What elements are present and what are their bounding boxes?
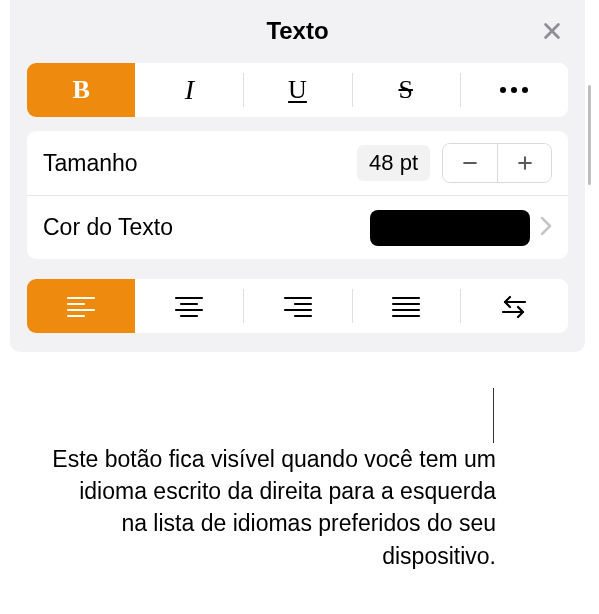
align-right-icon (283, 294, 313, 318)
strikethrough-icon: S (398, 75, 412, 105)
chevron-right-icon (540, 216, 552, 240)
panel-header: Texto (10, 0, 585, 62)
callout-line (493, 388, 494, 443)
align-left-icon (66, 294, 96, 318)
callout-text: Este botão fica visível quando você tem … (52, 443, 496, 572)
text-style-group: B I U S (26, 62, 569, 118)
close-icon (541, 20, 563, 42)
close-button[interactable] (535, 14, 569, 48)
text-color-label: Cor do Texto (43, 214, 370, 241)
size-decrease-button[interactable] (443, 144, 497, 182)
align-justify-button[interactable] (352, 279, 460, 333)
size-row: Tamanho 48 pt (27, 131, 568, 195)
minus-icon (460, 153, 480, 173)
panel-title: Texto (266, 17, 328, 45)
size-label: Tamanho (43, 150, 357, 177)
underline-icon: U (288, 75, 307, 105)
size-value[interactable]: 48 pt (357, 145, 430, 181)
align-center-icon (174, 294, 204, 318)
text-format-panel: Texto B I U S Tamanho 48 pt (10, 0, 585, 352)
text-direction-button[interactable] (460, 279, 568, 333)
italic-icon: I (185, 74, 194, 106)
bold-button[interactable]: B (27, 63, 135, 117)
align-right-button[interactable] (243, 279, 351, 333)
size-increase-button[interactable] (497, 144, 551, 182)
align-center-button[interactable] (135, 279, 243, 333)
text-properties-list: Tamanho 48 pt Cor do Texto (26, 130, 569, 260)
text-color-row[interactable]: Cor do Texto (27, 195, 568, 259)
underline-button[interactable]: U (243, 63, 351, 117)
size-stepper (442, 143, 552, 183)
italic-button[interactable]: I (135, 63, 243, 117)
more-styles-button[interactable] (460, 63, 568, 117)
plus-icon (515, 153, 535, 173)
align-left-button[interactable] (27, 279, 135, 333)
text-color-swatch (370, 210, 530, 246)
align-justify-icon (391, 294, 421, 318)
bold-icon: B (72, 75, 89, 105)
strikethrough-button[interactable]: S (352, 63, 460, 117)
text-direction-icon (499, 294, 529, 318)
alignment-group (26, 278, 569, 334)
more-icon (500, 87, 528, 93)
